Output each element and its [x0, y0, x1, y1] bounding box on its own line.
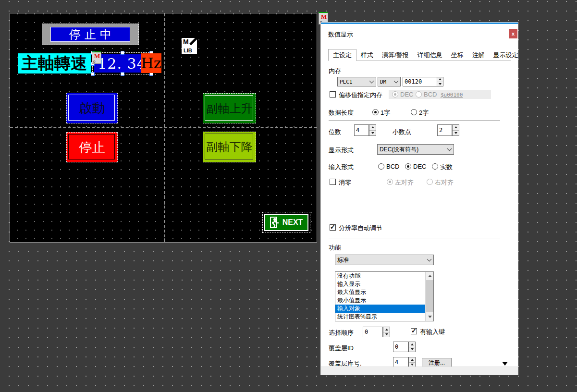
address-input[interactable]	[403, 77, 437, 86]
button-inner-frame	[68, 134, 115, 159]
length-1word-label: 1字	[381, 109, 390, 117]
input-dec-label: DEC	[413, 163, 426, 170]
next-screen-button[interactable]: NEXT	[264, 214, 308, 231]
selection-handle[interactable]	[121, 72, 124, 76]
register-button[interactable]: 注册...	[422, 358, 452, 368]
overlay-lib-spinner[interactable]	[408, 357, 416, 368]
close-button[interactable]: x	[509, 29, 517, 38]
spin-up-icon	[385, 329, 388, 331]
auto-resolution-checkbox[interactable]	[330, 224, 336, 231]
button-inner-frame	[68, 95, 115, 121]
function-select[interactable]: 标准	[335, 255, 434, 265]
input-real-label: 实数	[440, 163, 453, 172]
aux-up-button[interactable]: 副軸上升	[203, 93, 256, 123]
offset-memory-label: 偏移值指定内存	[339, 91, 382, 99]
memory-section-label: 内存	[329, 67, 341, 75]
tab-display-settings[interactable]: 显示设定	[489, 49, 523, 61]
status-lamp-widget[interactable]: 停止中	[42, 24, 139, 45]
start-button[interactable]: 啟動	[66, 93, 118, 123]
list-item[interactable]: 没有功能	[335, 272, 433, 280]
digits-label: 位数	[329, 128, 341, 136]
input-dec-radio[interactable]	[405, 163, 411, 170]
decimal-input[interactable]	[437, 124, 452, 136]
tab-comment[interactable]: 注解	[468, 49, 489, 61]
offset-memory-link[interactable]: $u00100	[441, 92, 463, 98]
mlib-placeholder-icon[interactable]: M LIB	[182, 38, 197, 54]
input-key-label: 有输入键	[420, 328, 445, 336]
offset-dec-label: DEC	[400, 91, 413, 98]
unit-label[interactable]: Hz	[141, 53, 161, 73]
scroll-down-icon	[428, 316, 432, 318]
spin-down-icon	[411, 348, 414, 350]
decimal-label: 小数点	[393, 128, 411, 136]
tab-main-settings[interactable]: 主设定	[328, 49, 356, 61]
input-key-checkbox[interactable]	[411, 328, 417, 334]
address-spinner[interactable]	[437, 77, 443, 86]
input-real-radio[interactable]	[432, 163, 438, 170]
spin-up-icon	[439, 78, 442, 80]
function-listbox[interactable]: 没有功能 输入显示 最大值显示 最小值显示 输入对象 统计图表%显示	[335, 271, 434, 321]
tab-style[interactable]: 样式	[356, 49, 378, 61]
select-order-spinner[interactable]	[383, 327, 390, 337]
chevron-down-icon	[427, 257, 432, 262]
spin-down-icon	[411, 364, 414, 366]
scroll-up-button[interactable]	[426, 272, 434, 280]
spin-up-icon	[411, 343, 414, 345]
select-order-label: 选择顺序	[329, 329, 354, 337]
design-canvas[interactable]: 停止中 M LIB 主軸轉速 12. 34 M 0 Hz 啟動 停止 副軸上升	[10, 13, 317, 243]
part-marker-icon: M 0	[92, 51, 101, 64]
spindle-speed-label[interactable]: 主軸轉速	[18, 53, 91, 74]
chevron-down-icon	[369, 79, 374, 84]
function-section-label: 功能	[329, 244, 341, 252]
button-inner-frame	[205, 134, 253, 159]
overlay-lib-input[interactable]	[393, 357, 408, 368]
selection-handle[interactable]	[91, 72, 95, 76]
chevron-down-icon	[447, 147, 452, 151]
auto-resolution-label: 分辨率自动调节	[339, 224, 382, 233]
tab-details[interactable]: 详细信息	[413, 49, 447, 61]
length-2word-radio[interactable]	[411, 109, 417, 115]
overlay-id-input[interactable]	[393, 342, 408, 352]
grid-divider-horizontal	[10, 127, 317, 128]
length-2word-label: 2字	[419, 109, 429, 117]
scroll-up-icon	[428, 275, 432, 277]
button-inner-frame	[205, 95, 253, 121]
data-length-label: 数据长度	[329, 109, 354, 117]
scrollbar-thumb[interactable]	[426, 280, 433, 312]
list-item[interactable]: 输入显示	[335, 280, 433, 288]
digits-input[interactable]	[354, 124, 369, 136]
expand-more-icon[interactable]	[502, 362, 508, 366]
plc-select[interactable]: PLC1	[337, 77, 376, 86]
device-select[interactable]: DM	[378, 77, 401, 86]
tab-coordinates[interactable]: 坐标	[447, 49, 468, 61]
overlay-id-label: 覆盖层ID	[329, 344, 354, 353]
align-right-radio	[427, 179, 433, 185]
display-format-label: 显示形式	[329, 146, 354, 155]
selection-handle[interactable]	[121, 51, 124, 55]
tab-operation-alarm[interactable]: 演算/警报	[378, 49, 413, 61]
list-item[interactable]: 最大值显示	[335, 288, 433, 296]
spin-down-icon	[439, 83, 442, 85]
scroll-down-button[interactable]	[426, 313, 434, 321]
aux-down-button[interactable]: 副軸下降	[203, 132, 256, 162]
spin-down-icon	[385, 333, 388, 335]
list-item[interactable]: 最小值显示	[335, 296, 433, 305]
list-item[interactable]: 统计图表%显示	[335, 313, 433, 321]
input-bcd-radio[interactable]	[378, 163, 384, 170]
digits-spinner[interactable]	[369, 124, 376, 136]
select-order-input[interactable]	[363, 327, 383, 337]
overlay-id-spinner[interactable]	[408, 342, 416, 352]
zero-suppress-checkbox[interactable]	[330, 179, 336, 185]
offset-dec-radio	[392, 91, 398, 98]
spin-up-icon	[454, 126, 457, 128]
list-item-selected[interactable]: 输入对象	[335, 305, 433, 313]
numeric-display-dialog: 数值显示 x 主设定 样式 演算/警报 详细信息 坐标 注解 显示设定 内存 P…	[321, 23, 518, 375]
offset-memory-checkbox[interactable]	[330, 91, 336, 98]
listbox-scrollbar[interactable]	[425, 272, 433, 321]
stop-button[interactable]: 停止	[66, 132, 118, 162]
length-1word-radio[interactable]	[372, 109, 379, 115]
align-left-radio	[387, 179, 393, 185]
display-format-select[interactable]: DEC(没有符号)	[377, 144, 454, 155]
separator	[329, 120, 500, 121]
decimal-spinner[interactable]	[452, 124, 459, 136]
